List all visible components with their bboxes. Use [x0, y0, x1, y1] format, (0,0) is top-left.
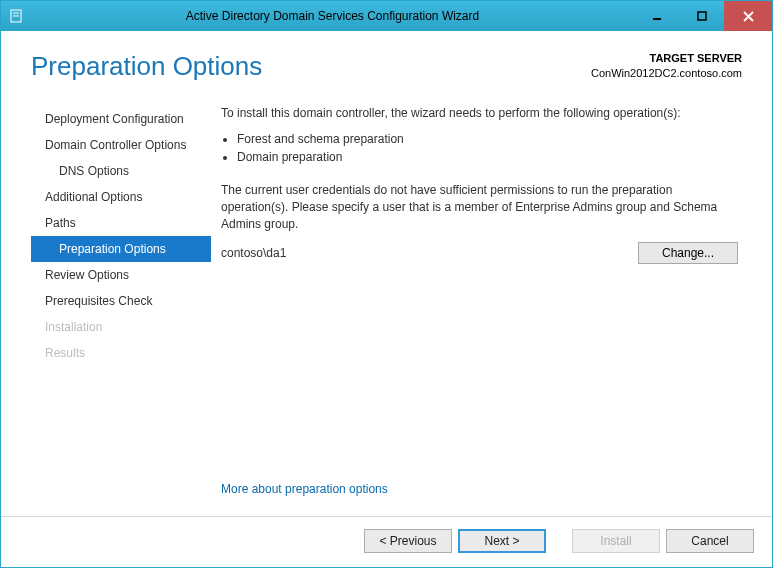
credentials-note: The current user credentials do not have… — [221, 182, 738, 232]
page-heading: Preparation Options — [31, 51, 591, 82]
close-button[interactable] — [724, 1, 772, 31]
target-server-value: ConWin2012DC2.contoso.com — [591, 66, 742, 81]
svg-rect-4 — [698, 12, 706, 20]
nav-step-1[interactable]: Domain Controller Options — [31, 132, 211, 158]
nav-step-6[interactable]: Review Options — [31, 262, 211, 288]
more-info-link[interactable]: More about preparation options — [221, 470, 738, 516]
nav-step-4[interactable]: Paths — [31, 210, 211, 236]
app-icon — [1, 1, 31, 31]
target-server-label: TARGET SERVER — [591, 51, 742, 66]
nav-step-7[interactable]: Prerequisites Check — [31, 288, 211, 314]
cancel-button[interactable]: Cancel — [666, 529, 754, 553]
intro-text: To install this domain controller, the w… — [221, 106, 738, 120]
nav-step-9: Results — [31, 340, 211, 366]
target-server-box: TARGET SERVER ConWin2012DC2.contoso.com — [591, 51, 742, 82]
operation-item-0: Forest and schema preparation — [237, 132, 738, 146]
body-row: Deployment ConfigurationDomain Controlle… — [1, 90, 772, 516]
titlebar: Active Directory Domain Services Configu… — [1, 1, 772, 31]
change-credentials-button[interactable]: Change... — [638, 242, 738, 264]
credentials-user: contoso\da1 — [221, 246, 638, 260]
operation-list: Forest and schema preparationDomain prep… — [221, 128, 738, 168]
maximize-button[interactable] — [679, 1, 724, 31]
footer-buttons: < Previous Next > Install Cancel — [1, 516, 772, 567]
window-title: Active Directory Domain Services Configu… — [31, 1, 634, 31]
nav-step-8: Installation — [31, 314, 211, 340]
previous-button[interactable]: < Previous — [364, 529, 452, 553]
next-button[interactable]: Next > — [458, 529, 546, 553]
nav-step-5[interactable]: Preparation Options — [31, 236, 211, 262]
install-button: Install — [572, 529, 660, 553]
step-nav: Deployment ConfigurationDomain Controlle… — [31, 100, 211, 516]
nav-step-2[interactable]: DNS Options — [31, 158, 211, 184]
main-panel: To install this domain controller, the w… — [211, 100, 742, 516]
nav-step-0[interactable]: Deployment Configuration — [31, 106, 211, 132]
header-row: Preparation Options TARGET SERVER ConWin… — [1, 31, 772, 90]
window-controls — [634, 1, 772, 31]
nav-step-3[interactable]: Additional Options — [31, 184, 211, 210]
credentials-row: contoso\da1 Change... — [221, 242, 738, 264]
operation-item-1: Domain preparation — [237, 150, 738, 164]
wizard-content: Preparation Options TARGET SERVER ConWin… — [1, 31, 772, 567]
minimize-button[interactable] — [634, 1, 679, 31]
